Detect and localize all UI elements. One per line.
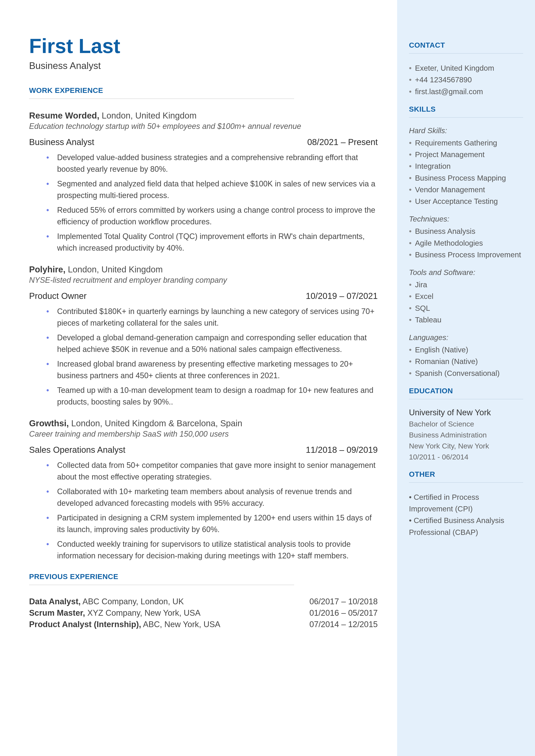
company-location: London, United Kingdom & Barcelona, Spai… — [69, 418, 242, 428]
skill-item: Business Process Improvement — [409, 249, 523, 261]
job-bullet: Contributed $180K+ in quarterly earnings… — [46, 306, 378, 329]
other-heading: OTHER — [409, 470, 523, 478]
education-heading: EDUCATION — [409, 387, 523, 395]
languages-list: English (Native)Romanian (Native)Spanish… — [409, 344, 523, 379]
skill-item: Jira — [409, 279, 523, 291]
divider — [29, 98, 294, 99]
skills-heading: SKILLS — [409, 105, 523, 113]
education-school: University of New York — [409, 408, 523, 417]
role-title: Sales Operations Analyst — [29, 445, 126, 455]
company-line: Resume Worded, London, United Kingdom — [29, 111, 378, 121]
skill-item: Business Analysis — [409, 225, 523, 237]
job-entry: Resume Worded, London, United KingdomEdu… — [29, 111, 378, 254]
contact-item: +44 1234567890 — [409, 74, 523, 86]
role-dates: 11/2018 – 09/2019 — [306, 445, 378, 455]
role-dates: 10/2019 – 07/2021 — [306, 291, 378, 301]
job-bullets: Developed value-added business strategie… — [29, 152, 378, 254]
job-bullet: Developed value-added business strategie… — [46, 152, 378, 175]
skill-item: Agile Methodologies — [409, 237, 523, 249]
previous-dates: 06/2017 – 10/2018 — [309, 597, 378, 606]
divider — [29, 585, 294, 585]
company-name: Growthsi, — [29, 418, 69, 428]
other-list: • Certified in Process Improvement (CPI)… — [409, 491, 523, 538]
contact-item: first.last@gmail.com — [409, 86, 523, 98]
divider — [409, 399, 523, 399]
divider — [409, 117, 523, 118]
skill-item: English (Native) — [409, 344, 523, 355]
education-dates: 10/2011 - 06/2014 — [409, 452, 523, 462]
job-entry: Growthsi, London, United Kingdom & Barce… — [29, 418, 378, 562]
hard-skills-list: Requirements GatheringProject Management… — [409, 137, 523, 207]
contact-heading: CONTACT — [409, 41, 523, 49]
role-dates: 08/2021 – Present — [307, 137, 378, 147]
company-location: London, United Kingdom — [99, 111, 196, 120]
company-location: London, United Kingdom — [66, 265, 163, 274]
job-bullet: Increased global brand awareness by pres… — [46, 358, 378, 381]
skill-item: Spanish (Conversational) — [409, 367, 523, 379]
contact-item: Exeter, United Kingdom — [409, 62, 523, 74]
job-bullets: Contributed $180K+ in quarterly earnings… — [29, 306, 378, 408]
previous-role: Product Analyst (Internship), ABC, New Y… — [29, 620, 220, 629]
techniques-list: Business AnalysisAgile MethodologiesBusi… — [409, 225, 523, 261]
skill-item: Project Management — [409, 149, 523, 160]
person-title: Business Analyst — [29, 60, 378, 71]
main-column: First Last Business Analyst WORK EXPERIE… — [0, 0, 397, 756]
hard-skills-label: Hard Skills: — [409, 126, 523, 135]
job-bullet: Collected data from 50+ competitor compa… — [46, 460, 378, 483]
company-description: Career training and membership SaaS with… — [29, 430, 378, 438]
previous-entry: Scrum Master, XYZ Company, New York, USA… — [29, 608, 378, 618]
other-item: • Certified in Process Improvement (CPI) — [409, 491, 523, 515]
job-bullet: Developed a global demand-generation cam… — [46, 332, 378, 355]
job-bullet: Teamed up with a 10-man development team… — [46, 384, 378, 408]
company-description: Education technology startup with 50+ em… — [29, 122, 378, 131]
job-bullet: Collaborated with 10+ marketing team mem… — [46, 486, 378, 509]
skill-item: SQL — [409, 302, 523, 314]
languages-label: Languages: — [409, 333, 523, 342]
job-bullet: Segmented and analyzed field data that h… — [46, 178, 378, 201]
role-line: Business Analyst08/2021 – Present — [29, 137, 378, 147]
previous-entry: Product Analyst (Internship), ABC, New Y… — [29, 620, 378, 629]
role-line: Product Owner10/2019 – 07/2021 — [29, 291, 378, 301]
education-degree: Bachelor of Science — [409, 418, 523, 430]
skill-item: Vendor Management — [409, 184, 523, 195]
role-title: Business Analyst — [29, 137, 94, 147]
previous-list: Data Analyst, ABC Company, London, UK06/… — [29, 597, 378, 629]
person-name: First Last — [29, 35, 378, 58]
previous-dates: 07/2014 – 12/2015 — [309, 620, 378, 629]
tools-list: JiraExcelSQLTableau — [409, 279, 523, 326]
jobs-list: Resume Worded, London, United KingdomEdu… — [29, 111, 378, 562]
tools-label: Tools and Software: — [409, 268, 523, 277]
job-bullets: Collected data from 50+ competitor compa… — [29, 460, 378, 562]
job-bullet: Reduced 55% of errors committed by worke… — [46, 204, 378, 228]
company-line: Polyhire, London, United Kingdom — [29, 265, 378, 274]
education-location: New York City, New York — [409, 440, 523, 452]
skill-item: User Acceptance Testing — [409, 195, 523, 207]
skill-item: Romanian (Native) — [409, 355, 523, 367]
role-title: Product Owner — [29, 291, 87, 301]
skill-item: Tableau — [409, 314, 523, 326]
sidebar-column: CONTACT Exeter, United Kingdom+44 123456… — [397, 0, 535, 756]
skill-item: Integration — [409, 160, 523, 172]
previous-role: Scrum Master, XYZ Company, New York, USA — [29, 608, 201, 618]
job-bullet: Conducted weekly training for supervisor… — [46, 538, 378, 562]
divider — [409, 53, 523, 54]
company-description: NYSE-listed recruitment and employer bra… — [29, 276, 378, 285]
skill-item: Excel — [409, 291, 523, 302]
previous-dates: 01/2016 – 05/2017 — [309, 608, 378, 618]
job-entry: Polyhire, London, United KingdomNYSE-lis… — [29, 265, 378, 408]
job-bullet: Implemented Total Quality Control (TQC) … — [46, 231, 378, 254]
company-line: Growthsi, London, United Kingdom & Barce… — [29, 418, 378, 428]
previous-experience-heading: PREVIOUS EXPERIENCE — [29, 573, 378, 581]
skill-item: Business Process Mapping — [409, 172, 523, 184]
company-name: Polyhire, — [29, 265, 66, 274]
previous-role: Data Analyst, ABC Company, London, UK — [29, 597, 184, 606]
other-item: • Certified Business Analysis Profession… — [409, 515, 523, 538]
techniques-label: Techniques: — [409, 215, 523, 223]
role-line: Sales Operations Analyst11/2018 – 09/201… — [29, 445, 378, 455]
job-bullet: Participated in designing a CRM system i… — [46, 512, 378, 535]
previous-entry: Data Analyst, ABC Company, London, UK06/… — [29, 597, 378, 606]
skill-item: Requirements Gathering — [409, 137, 523, 149]
contact-list: Exeter, United Kingdom+44 1234567890firs… — [409, 62, 523, 98]
education-field: Business Administration — [409, 430, 523, 440]
company-name: Resume Worded, — [29, 111, 99, 120]
